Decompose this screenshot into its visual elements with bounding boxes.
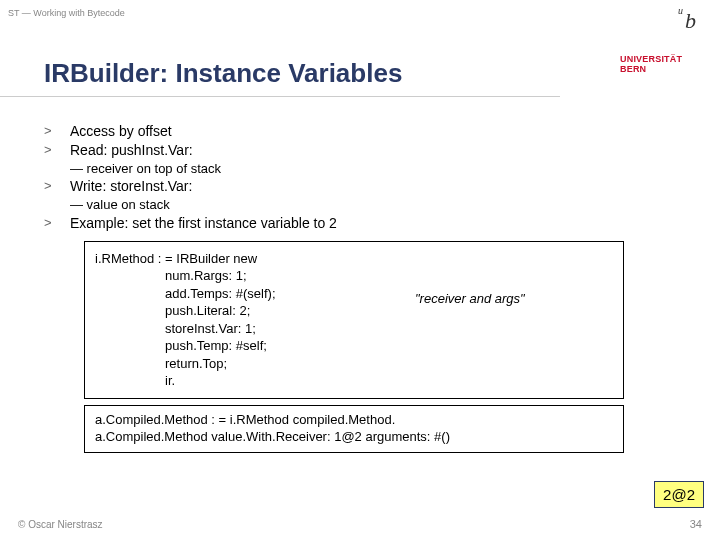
bullet-text: Access by offset	[70, 122, 664, 141]
code-line: a.Compiled.Method value.With.Receiver: 1…	[95, 429, 613, 446]
code-annotation: "receiver and args"	[415, 290, 525, 308]
logo-mark: ub	[680, 8, 696, 34]
bullet-text: Example: set the first instance variable…	[70, 214, 664, 233]
code-line: return.Top;	[95, 355, 613, 373]
result-badge: 2@2	[654, 481, 704, 508]
code-line: add.Temps: #(self);	[95, 285, 613, 303]
code-line: storeInst.Var: 1;	[95, 320, 613, 338]
code-block-2: a.Compiled.Method : = i.RMethod compiled…	[84, 405, 624, 453]
code-line: i.RMethod : = IRBuilder new	[95, 250, 613, 268]
university-logo: ub UNIVERSITÄT BERN	[600, 0, 720, 90]
bullet-text: Write: storeInst.Var:	[70, 177, 664, 196]
sub-bullet: — value on stack	[70, 196, 664, 214]
code-line: push.Temp: #self;	[95, 337, 613, 355]
code-block-1: i.RMethod : = IRBuilder new num.Rargs: 1…	[84, 241, 624, 399]
bullet-row: > Access by offset	[44, 122, 664, 141]
code-line: a.Compiled.Method : = i.RMethod compiled…	[95, 412, 613, 429]
code-line: push.Literal: 2;	[95, 302, 613, 320]
bullet-marker: >	[44, 214, 70, 233]
title-rule	[0, 96, 560, 97]
bullet-row: > Read: pushInst.Var:	[44, 141, 664, 160]
slide-body: > Access by offset > Read: pushInst.Var:…	[44, 122, 664, 453]
page-number: 34	[690, 518, 702, 530]
copyright: © Oscar Nierstrasz	[18, 519, 103, 530]
sub-bullet: — receiver on top of stack	[70, 160, 664, 178]
bullet-row: > Write: storeInst.Var:	[44, 177, 664, 196]
bullet-marker: >	[44, 122, 70, 141]
bullet-text: Read: pushInst.Var:	[70, 141, 664, 160]
code-line: num.Rargs: 1;	[95, 267, 613, 285]
bullet-marker: >	[44, 141, 70, 160]
logo-text: UNIVERSITÄT BERN	[620, 54, 710, 74]
bullet-marker: >	[44, 177, 70, 196]
code-line: ir.	[95, 372, 613, 390]
breadcrumb: ST — Working with Bytecode	[8, 8, 125, 18]
slide-title: IRBuilder: Instance Variables	[44, 58, 402, 89]
bullet-row: > Example: set the first instance variab…	[44, 214, 664, 233]
logo-sup: u	[678, 5, 683, 16]
